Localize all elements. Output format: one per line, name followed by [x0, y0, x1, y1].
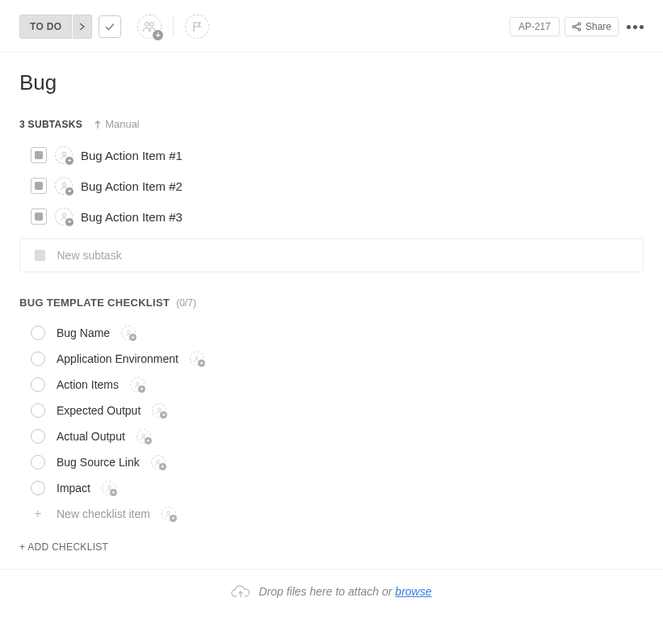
new-checklist-item-row[interactable]: + New checklist item +: [19, 501, 644, 527]
svg-point-3: [573, 26, 575, 28]
new-subtask-input[interactable]: [57, 249, 628, 262]
checklist-checkbox[interactable]: [31, 377, 45, 392]
checklist-row[interactable]: Bug Source Link+: [19, 449, 644, 475]
checklist-item-label: Action Items: [57, 378, 119, 391]
add-checklist-button[interactable]: + ADD CHECKLIST: [19, 541, 644, 553]
subtask-label: Bug Action Item #1: [81, 149, 183, 162]
checkbox-fill-icon: [35, 182, 43, 190]
svg-point-8: [128, 330, 130, 332]
checklist-row[interactable]: Application Environment+: [19, 346, 644, 372]
subtask-checkbox[interactable]: [31, 147, 47, 163]
checklist-checkbox[interactable]: [31, 429, 45, 444]
checklist-item-assignee[interactable]: +: [130, 377, 145, 392]
ghost-checkbox-icon: [35, 250, 45, 261]
flag-icon: [191, 21, 203, 32]
subtasks-sort-button[interactable]: Manual: [94, 118, 140, 130]
checklist-item-label: Actual Output: [57, 430, 125, 443]
checklist-row[interactable]: Bug Name+: [19, 320, 644, 346]
subtask-checkbox[interactable]: [31, 178, 47, 194]
toolbar-divider: [173, 16, 174, 37]
checklist-item-label: Bug Source Link: [57, 456, 140, 469]
subtask-checkbox[interactable]: [31, 208, 47, 225]
subtask-row[interactable]: +Bug Action Item #1: [19, 140, 644, 170]
subtask-assignee[interactable]: +: [55, 177, 73, 195]
svg-point-14: [107, 485, 110, 487]
status-arrow-button[interactable]: [73, 15, 92, 39]
dot-icon: [627, 25, 631, 29]
svg-point-10: [136, 381, 138, 384]
share-button[interactable]: Share: [564, 17, 619, 36]
complete-button[interactable]: [99, 15, 121, 38]
subtask-row[interactable]: +Bug Action Item #2: [19, 170, 644, 201]
subtask-assignee[interactable]: +: [55, 208, 73, 225]
checklist-row[interactable]: Impact+: [19, 475, 644, 501]
checklist-item-label: Bug Name: [57, 326, 110, 339]
svg-point-6: [62, 183, 65, 186]
more-menu-button[interactable]: [627, 25, 644, 29]
svg-point-9: [195, 356, 198, 358]
svg-point-0: [145, 23, 149, 27]
cloud-upload-icon: [231, 584, 250, 599]
checklist-title: BUG TEMPLATE CHECKLIST: [19, 297, 170, 309]
checklist-item-assignee[interactable]: +: [136, 429, 151, 444]
checklist-item-assignee[interactable]: +: [190, 351, 204, 366]
attachments-dropzone[interactable]: Drop files here to attach or browse: [0, 569, 663, 613]
checklist-count: (0/7): [176, 297, 196, 309]
dot-icon: [633, 25, 637, 29]
svg-point-7: [62, 213, 65, 217]
browse-link[interactable]: browse: [395, 585, 431, 598]
caret-right-icon: [79, 23, 86, 31]
subtasks-count-label: 3 SUBTASKS: [19, 119, 82, 130]
plus-badge-icon: +: [170, 515, 177, 522]
dot-icon: [640, 25, 644, 29]
plus-badge-icon: +: [198, 360, 205, 367]
checklist-item-assignee[interactable]: +: [102, 481, 116, 495]
status-button[interactable]: TO DO: [19, 15, 72, 39]
dropzone-text: Drop files here to attach or browse: [258, 585, 431, 598]
check-icon: [104, 21, 115, 32]
svg-point-15: [167, 511, 170, 513]
subtasks-header: 3 SUBTASKS Manual: [19, 118, 644, 130]
checkbox-fill-icon: [35, 213, 43, 221]
task-id-chip[interactable]: AP-217: [510, 17, 560, 36]
checklist-header: BUG TEMPLATE CHECKLIST (0/7): [19, 297, 644, 309]
checklist-item-assignee[interactable]: +: [151, 455, 166, 469]
share-icon: [572, 22, 581, 32]
checklist-checkbox[interactable]: [31, 481, 45, 495]
plus-badge-icon: +: [65, 218, 73, 226]
new-checklist-item-label: New checklist item: [57, 507, 150, 520]
plus-badge-icon: +: [65, 187, 73, 196]
checklist-checkbox[interactable]: [31, 455, 45, 469]
checklist-item-assignee[interactable]: +: [162, 507, 176, 521]
checklist-checkbox[interactable]: [31, 351, 45, 366]
svg-point-1: [150, 23, 154, 27]
subtask-assignee[interactable]: +: [55, 146, 73, 164]
task-title[interactable]: Bug: [19, 70, 644, 95]
svg-point-5: [62, 152, 65, 155]
assignee-add-button[interactable]: +: [137, 15, 162, 39]
checklist-item-assignee[interactable]: +: [152, 403, 166, 418]
arrow-up-icon: [94, 120, 102, 129]
sort-label: Manual: [105, 118, 140, 130]
new-subtask-row[interactable]: [19, 238, 644, 272]
plus-badge-icon: +: [138, 385, 145, 393]
subtask-label: Bug Action Item #3: [81, 210, 183, 224]
subtasks-list: +Bug Action Item #1+Bug Action Item #2+B…: [19, 140, 644, 232]
checklist-item-label: Impact: [57, 482, 90, 495]
checklist-checkbox[interactable]: [31, 326, 45, 340]
plus-badge-icon: +: [159, 463, 166, 470]
checklist-checkbox[interactable]: [31, 403, 45, 418]
checklist-row[interactable]: Expected Output+: [19, 398, 644, 423]
priority-button[interactable]: [185, 15, 209, 39]
checklist-row[interactable]: Action Items+: [19, 372, 644, 398]
status-group: TO DO: [19, 15, 92, 39]
subtask-row[interactable]: +Bug Action Item #3: [19, 201, 644, 232]
plus-badge-icon: +: [153, 30, 163, 40]
toolbar: TO DO + AP-217 Share: [0, 0, 663, 53]
checklist-items: Bug Name+Application Environment+Action …: [19, 320, 644, 501]
svg-point-13: [157, 459, 159, 461]
checklist-item-label: Application Environment: [57, 352, 178, 365]
checklist-row[interactable]: Actual Output+: [19, 423, 644, 449]
checklist-item-assignee[interactable]: +: [121, 326, 136, 340]
plus-icon: +: [31, 507, 45, 521]
